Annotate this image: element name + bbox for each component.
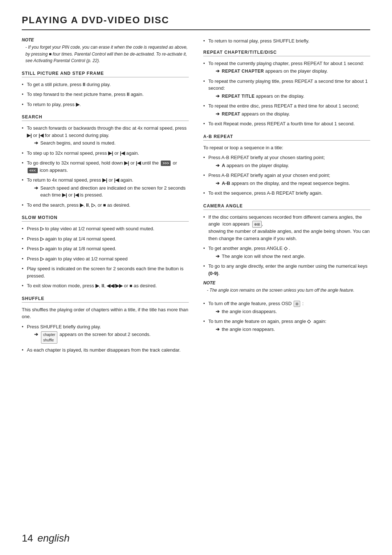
list-item: To repeat the entire disc, press REPEAT …: [203, 102, 370, 117]
still-picture-list: To get a still picture, press II during …: [22, 81, 189, 108]
camera-note-block: NOTE - The angle icon remains on the scr…: [203, 280, 370, 293]
note-text: - If you forget your PIN code, you can e…: [22, 44, 189, 64]
shuffle-title: SHUFFLE: [22, 296, 189, 303]
list-item: To return to play, press ▶.: [22, 101, 189, 108]
arrow-text: A appears on the player display.: [222, 162, 289, 169]
two-column-layout: NOTE - If you forget your PIN code, you …: [22, 37, 370, 360]
arrow-text: REPEAT appears on the display.: [222, 110, 290, 118]
shuffle-return-list: To return to normal play, press SHUFFLE …: [203, 37, 370, 45]
fast-rewind-icon: <<<: [28, 168, 38, 173]
slow-motion-section: SLOW MOTION Press ▷ to play video at 1/2…: [22, 215, 189, 289]
list-item: To repeat the currently playing chapter,…: [203, 60, 370, 75]
repeat-title: REPEAT CHAPTER/TITLE/DISC: [203, 50, 370, 56]
shuffle-return-section: To return to normal play, press SHUFFLE …: [203, 37, 370, 45]
list-item: If the disc contains sequences recorded …: [203, 214, 370, 242]
list-item: To turn off the angle feature, press OSD…: [203, 300, 370, 315]
left-column: NOTE - If you forget your PIN code, you …: [22, 37, 189, 360]
search-title: SEARCH: [22, 114, 189, 121]
list-item: Play speed is indicated on the screen fo…: [22, 265, 189, 279]
camera-angle-icon: ⊕⊞: [252, 221, 262, 228]
search-list: To search forwards or backwards through …: [22, 125, 189, 208]
ab-repeat-title: A-B REPEAT: [203, 134, 370, 141]
arrow-icon: ➔: [34, 185, 38, 192]
list-item: To exit slow motion mode, press ▶, II, ◀…: [22, 282, 189, 289]
arrow-icon: ➔: [34, 139, 38, 147]
arrow-icon: ➔: [216, 110, 220, 118]
arrow-icon: ➔: [216, 308, 220, 315]
still-picture-title: STILL PICTURE AND STEP FRAME: [22, 71, 189, 77]
list-item: To repeat the currenty playing title, pr…: [203, 78, 370, 100]
page-language-label: english: [37, 532, 70, 544]
list-item: To get another angle, press ANGLE ◇ . ➔ …: [203, 245, 370, 260]
slow-motion-list: Press ▷ to play video at 1/2 normal spee…: [22, 225, 189, 289]
camera-angle-title: CAMERA ANGLE: [203, 203, 370, 210]
fast-forward-icon: >>>: [161, 161, 171, 166]
ab-repeat-intro: To repeat or loop a sequence in a title:: [203, 144, 370, 151]
still-picture-section: STILL PICTURE AND STEP FRAME To get a st…: [22, 71, 189, 108]
arrow-text: Search speed and direction are indicated…: [40, 185, 189, 199]
list-item: To return to normal play, press SHUFFLE …: [203, 37, 370, 45]
shuffle-intro: This shuffles the playing order of chapt…: [22, 306, 189, 320]
shuffle-list: Press SHUFFLE briefly during play. ➔ cha…: [22, 323, 189, 354]
repeat-list: To repeat the currently playing chapter,…: [203, 60, 370, 127]
page-title: PLAYING A DVD-VIDEO DISC: [22, 15, 370, 30]
arrow-text: REPEAT TITLE appears on the display.: [222, 93, 305, 100]
list-item: To exit Repeat mode, press REPEAT a four…: [203, 120, 370, 127]
camera-note-text: - The angle icon remains on the screen u…: [203, 287, 370, 293]
arrow-text: The angle icon will show the next angle.: [222, 253, 305, 260]
search-section: SEARCH To search forwards or backwards t…: [22, 114, 189, 208]
repeat-chapter-label: REPEAT CHAPTER: [222, 69, 264, 74]
arrow-icon: ➔: [216, 93, 220, 100]
list-item: As each chapter is played, its number di…: [22, 347, 189, 354]
arrow-item: ➔ A appears on the player display.: [208, 162, 370, 169]
arrow-item: ➔ A-B appears on the display, and the re…: [208, 180, 370, 187]
arrow-icon: ➔: [216, 68, 220, 75]
list-item: To step forward to the next picture fram…: [22, 91, 189, 98]
arrow-icon: ➔: [34, 331, 38, 338]
arrow-text: the angle icon disappears.: [222, 308, 277, 315]
camera-angle-extra-list: To turn off the angle feature, press OSD…: [203, 300, 370, 333]
arrow-item: ➔ the angle icon disappears.: [208, 308, 370, 315]
arrow-item: ➔ chaptershuffle appears on the screen f…: [27, 331, 189, 344]
arrow-text: the angle icon reappears.: [222, 326, 275, 333]
chapter-shuffle-icon: chaptershuffle: [41, 331, 57, 344]
arrow-icon: ➔: [216, 326, 220, 333]
list-item: To get a still picture, press II during …: [22, 81, 189, 88]
list-item: Press SHUFFLE briefly during play. ➔ cha…: [22, 323, 189, 344]
list-item: To exit the sequence, press A-B REPEAT b…: [203, 190, 370, 197]
note-label: NOTE: [22, 37, 189, 42]
arrow-item: ➔ Search begins, and sound is muted.: [27, 139, 189, 147]
arrow-text: A-B appears on the display, and the repe…: [222, 180, 350, 187]
slow-motion-title: SLOW MOTION: [22, 215, 189, 222]
camera-note-label: NOTE: [203, 280, 370, 285]
arrow-item: ➔ The angle icon will show the next angl…: [208, 253, 370, 260]
arrow-item: ➔ REPEAT CHAPTER appears on the player d…: [208, 68, 370, 75]
arrow-item: ➔ the angle icon reappears.: [208, 326, 370, 333]
shuffle-section: SHUFFLE This shuffles the playing order …: [22, 296, 189, 354]
list-item: Press A-B REPEAT briefly again at your c…: [203, 172, 370, 187]
list-item: To end the search, press ▶, II, ▷, or ■ …: [22, 202, 189, 209]
list-item: Press ▷ to play video at 1/2 normal spee…: [22, 225, 189, 232]
list-item: Press A-B REPEAT briefly at your chosen …: [203, 154, 370, 169]
camera-angle-section: CAMERA ANGLE If the disc contains sequen…: [203, 203, 370, 333]
page-container: PLAYING A DVD-VIDEO DISC NOTE - If you f…: [0, 0, 392, 555]
list-item: To return to 4x normal speed, press ▶| o…: [22, 177, 189, 199]
list-item: To turn the angle feature on again, pres…: [203, 318, 370, 333]
arrow-item: ➔ Search speed and direction are indicat…: [27, 185, 189, 199]
arrow-icon: ➔: [216, 162, 220, 169]
list-item: Press ▷ again to play video at 1/2 norma…: [22, 255, 189, 263]
list-item: To search forwards or backwards through …: [22, 125, 189, 147]
arrow-icon: ➔: [216, 253, 220, 260]
repeat-title-label: REPEAT TITLE: [222, 94, 254, 99]
list-item: Press ▷ again to play at 1/4 normal spee…: [22, 235, 189, 243]
arrow-text: REPEAT CHAPTER appears on the player dis…: [222, 68, 328, 75]
osd-icon: ⊞: [294, 301, 300, 307]
page-footer: 14 english: [22, 532, 70, 544]
arrow-item: ➔ REPEAT appears on the display.: [208, 110, 370, 118]
arrow-text: chaptershuffle appears on the screen for…: [40, 331, 151, 344]
arrow-icon: ➔: [216, 180, 220, 187]
arrow-text: Search begins, and sound is muted.: [40, 139, 115, 147]
right-column: To return to normal play, press SHUFFLE …: [203, 37, 370, 360]
repeat-section: REPEAT CHAPTER/TITLE/DISC To repeat the …: [203, 50, 370, 127]
page-number: 14: [22, 532, 33, 544]
